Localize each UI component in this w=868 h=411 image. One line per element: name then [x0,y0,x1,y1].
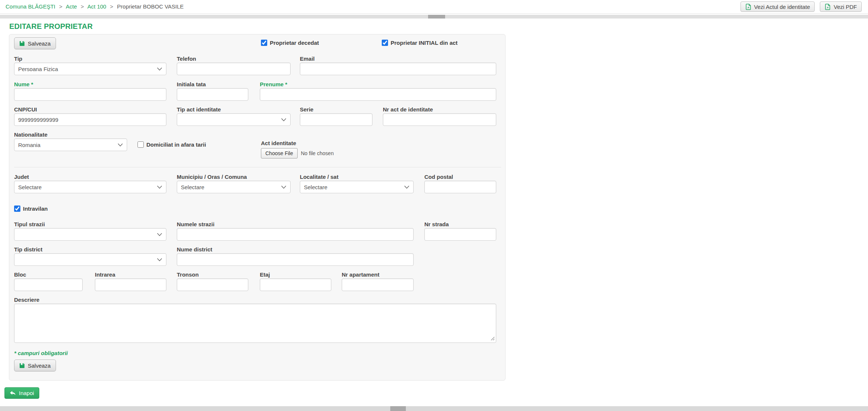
back-button[interactable]: Inapoi [4,387,39,399]
view-pdf-label: Vezi PDF [834,4,857,10]
field-act-identitate-file: Act identitate Choose File No file chose… [261,140,420,158]
nr-apartament-label: Nr apartament [342,271,414,278]
nume-district-label: Nume district [177,246,414,253]
breadcrumb-separator: > [59,3,62,10]
field-descriere: Descriere [14,297,496,343]
intrarea-label: Intrarea [95,271,166,278]
etaj-label: Etaj [260,271,331,278]
chevron-down-icon [157,233,162,236]
tip-select-value: Persoana Fizica [18,66,58,72]
save-floppy-icon [19,41,25,46]
scrollbar-thumb[interactable] [428,15,445,19]
chevron-down-icon [281,118,286,121]
nationalitate-select-value: Romania [18,142,40,148]
field-cod-postal: Cod postal [424,174,496,193]
tip-district-select[interactable] [14,253,166,266]
field-judet: Judet Selectare [14,174,166,193]
telefon-label: Telefon [177,56,291,62]
chevron-down-icon [157,186,162,189]
telefon-input[interactable] [177,63,291,75]
initiala-tata-label: Initiala tata [177,81,248,88]
etaj-input[interactable] [260,278,331,291]
tip-select[interactable]: Persoana Fizica [14,63,166,75]
field-etaj: Etaj [260,271,331,291]
domiciliat-afara-tarii-label: Domiciliat in afara tarii [146,141,206,148]
save-button-top[interactable]: Salveaza [14,37,56,49]
breadcrumb: Comuna BLĂGEŞTI > Acte > Act 100 > Propr… [6,3,184,10]
save-button-bottom[interactable]: Salveaza [14,360,56,371]
field-tipul-strazii: Tipul strazii [14,221,166,241]
field-nr-act-identitate: Nr act de identitate [383,106,496,126]
judet-select[interactable]: Selectare [14,181,166,193]
nr-strada-input[interactable] [424,228,496,241]
act-identitate-label: Act identitate [261,140,420,147]
serie-input[interactable] [300,113,372,126]
prenume-input[interactable] [260,88,496,101]
field-localitate: Localitate / sat Selectare [300,174,414,193]
municipiu-select[interactable]: Selectare [177,181,291,193]
field-telefon: Telefon [177,56,291,75]
localitate-select-value: Selectare [304,184,327,190]
required-fields-note: * campuri obligatorii [14,350,68,356]
resize-handle[interactable] [491,337,495,341]
field-tip-act-identitate: Tip act identitate [177,106,291,126]
numele-strazii-label: Numele strazii [177,221,414,228]
field-serie: Serie [300,106,372,126]
cnp-label: CNP/CUI [14,106,166,113]
nume-label: Nume * [14,81,166,88]
email-input[interactable] [300,63,496,75]
horizontal-scrollbar-top[interactable] [0,15,868,19]
breadcrumb-link-acte[interactable]: Acte [66,3,77,10]
field-prenume: Prenume * [260,81,496,101]
nume-input[interactable] [14,88,166,101]
field-tip: Tip Persoana Fizica [14,56,166,75]
nationalitate-label: Nationalitate [14,131,127,138]
nr-apartament-input[interactable] [342,278,414,291]
cnp-input[interactable] [14,113,166,126]
proprietar-initial-label: Proprietar INITIAL din act [391,40,458,46]
tipul-strazii-select[interactable] [14,228,166,241]
tip-act-identitate-select[interactable] [177,113,291,126]
horizontal-scrollbar-bottom[interactable] [0,406,868,411]
tronson-input[interactable] [177,278,248,291]
section-divider [14,167,501,167]
nationalitate-select[interactable]: Romania [14,138,127,151]
back-button-label: Inapoi [19,390,34,396]
breadcrumb-link-comuna[interactable]: Comuna BLĂGEŞTI [6,3,55,10]
view-pdf-button[interactable]: Vezi PDF [820,1,862,12]
field-nume-district: Nume district [177,246,414,266]
numele-strazii-input[interactable] [177,228,414,241]
breadcrumb-link-act-100[interactable]: Act 100 [87,3,106,10]
domiciliat-afara-tarii-checkbox[interactable] [138,141,144,148]
file-chosen-status: No file chosen [301,150,334,156]
proprietar-initial-checkbox[interactable] [382,40,388,46]
nr-act-identitate-input[interactable] [383,113,496,126]
view-identity-doc-label: Vezi Actul de identitate [754,4,810,10]
page-title: EDITARE PROPRIETAR [9,22,93,31]
judet-label: Judet [14,174,166,180]
field-bloc: Bloc [14,271,83,291]
bloc-input[interactable] [14,278,83,291]
nume-district-input[interactable] [177,253,414,266]
field-tip-district: Tip district [14,246,166,266]
checkbox-group-proprietar-decedat: Proprietar decedat [261,40,319,46]
pdf-file-icon [745,4,752,10]
serie-label: Serie [300,106,372,113]
descriere-textarea[interactable] [14,304,496,343]
field-intrarea: Intrarea [95,271,166,291]
chevron-down-icon [117,143,123,147]
nr-strada-label: Nr strada [424,221,496,228]
intravilan-checkbox[interactable] [14,206,20,212]
scrollbar-thumb[interactable] [390,406,406,411]
localitate-select[interactable]: Selectare [300,181,414,193]
prenume-label: Prenume * [260,81,496,88]
intrarea-input[interactable] [95,278,166,291]
tip-act-identitate-label: Tip act identitate [177,106,291,113]
choose-file-button[interactable]: Choose File [261,148,298,158]
cod-postal-input[interactable] [424,181,496,193]
initiala-tata-input[interactable] [177,88,248,101]
form-panel: Salveaza Proprietar decedat Proprietar I… [9,34,506,381]
view-identity-doc-button[interactable]: Vezi Actul de identitate [741,1,815,12]
proprietar-decedat-checkbox[interactable] [261,40,267,46]
field-nationalitate: Nationalitate Romania [14,131,127,151]
